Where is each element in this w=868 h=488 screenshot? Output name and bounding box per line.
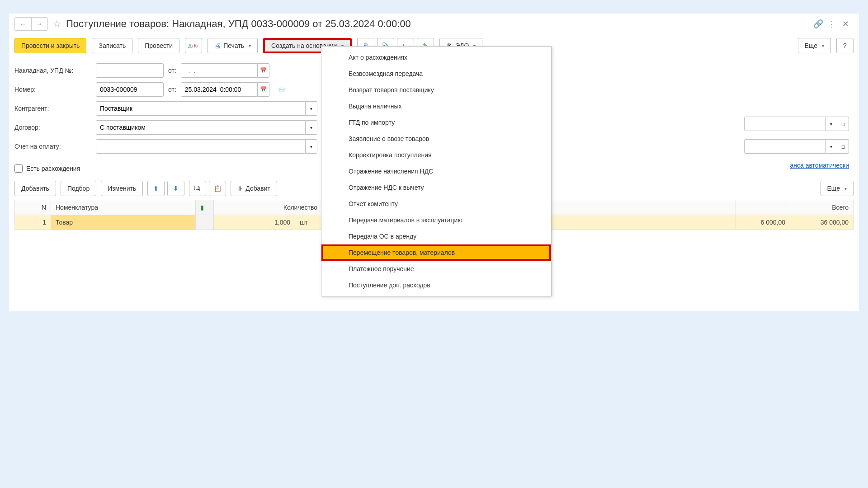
col-spacer: ▮ [196,200,214,215]
paste-button[interactable]: 📋 [209,181,226,196]
chevron-down-icon: ▾ [844,186,847,191]
contract-input[interactable] [96,120,306,135]
right-field-2: ▾ ◻ [744,139,849,154]
arrow-up-icon: ⬆ [153,185,159,192]
menu-item[interactable]: Платежное поручение [321,261,551,277]
dropdown-button[interactable]: ▾ [826,139,837,154]
menu-item[interactable]: Возврат товаров поставщику [321,82,551,98]
bill-label: Счет на оплату: [14,143,91,150]
invoice-number-input[interactable] [96,63,164,78]
dt-kt-button[interactable]: ДтКт [185,38,202,53]
has-differences-label: Есть расхождения [26,165,80,172]
cell-quantity[interactable]: 1,000 [214,215,295,230]
menu-item[interactable]: Акт о расхождениях [321,49,551,66]
contract-label: Договор: [14,124,91,131]
col-price [736,200,790,215]
more-button[interactable]: Еще▾ [798,38,831,53]
write-button[interactable]: Записать [92,38,132,53]
arrow-right-icon: → [37,20,43,28]
cell-spacer [196,215,214,230]
number-label: Номер: [14,86,91,93]
right-input-2[interactable] [744,139,826,154]
menu-item[interactable]: Безвозмездная передача [321,66,551,82]
col-quantity: Количество [214,200,322,215]
paste-icon: 📋 [214,185,222,192]
link-icon[interactable]: 🔗 [814,19,823,28]
move-down-button[interactable]: ⬇ [167,181,184,196]
menu-item[interactable]: Передача материалов в эксплуатацию [321,212,551,228]
arrow-left-icon: ← [20,20,26,28]
dropdown-button[interactable]: ▾ [306,101,317,116]
copy-icon: ⿻ [194,185,201,192]
table-more-button[interactable]: Еще▾ [821,181,854,196]
add-row-button[interactable]: Добавить [14,181,56,196]
chevron-down-icon: ▾ [822,43,824,48]
change-button[interactable]: Изменить [101,181,143,196]
menu-item[interactable]: Передача ОС в аренду [321,228,551,244]
right-field-1: ▾ ◻ [744,117,849,131]
barcode-icon: ⊪ [237,185,243,192]
help-button[interactable]: ? [836,38,854,53]
dropdown-button[interactable]: ▾ [306,139,317,154]
menu-item[interactable]: Заявление о ввозе товаров [321,131,551,147]
forward-button[interactable]: → [31,18,47,30]
col-nomenclature: Номенклатура [51,200,196,215]
nav-buttons: ← → [14,17,48,31]
doc-number-input[interactable] [96,82,164,97]
calendar-icon: 📅 [260,67,267,74]
post-and-close-button[interactable]: Провести и закрыть [14,38,86,53]
open-button[interactable]: ◻ [837,117,849,131]
cell-total[interactable]: 36 000,00 [790,215,854,230]
create-based-on-menu: Акт о расхожденияхБезвозмездная передача… [321,46,552,296]
favorite-star-icon[interactable]: ☆ [52,19,62,29]
column-icon: ▮ [200,204,204,211]
calendar-button[interactable]: 📅 [258,63,269,78]
menu-item[interactable]: Отражение начисления НДС [321,163,551,179]
invoice-label: Накладная, УПД №: [14,67,91,74]
from-label-1: от: [168,67,176,74]
dropdown-button[interactable]: ▾ [306,120,317,135]
menu-item[interactable]: Поступление доп. расходов [321,277,551,293]
menu-item[interactable]: ГТД по импорту [321,114,551,131]
open-button[interactable]: ◻ [837,139,849,154]
right-input-1[interactable] [744,117,826,131]
menu-item[interactable]: Выдача наличных [321,98,551,114]
col-total: Всего [790,200,854,215]
arrow-down-icon: ⬇ [173,185,179,192]
col-n: N [15,200,51,215]
cell-n: 1 [15,215,51,230]
back-button[interactable]: ← [15,18,31,30]
dropdown-button[interactable]: ▾ [826,117,837,131]
print-button[interactable]: 🖨 Печать▾ [208,38,258,53]
bill-input[interactable] [96,139,306,154]
printer-icon: 🖨 [214,42,221,49]
invoice-date-input[interactable] [181,63,258,78]
chevron-down-icon: ▾ [249,43,251,48]
dt-kt-icon: ДтКт [188,43,199,48]
calendar-icon: 📅 [260,86,267,93]
page-title: Поступление товаров: Накладная, УПД 0033… [66,18,810,30]
auto-advance-link[interactable]: анса автоматически [790,162,849,169]
copy-button[interactable]: ⿻ [189,181,206,196]
add-by-barcode-button[interactable]: ⊪ Добавит [231,181,277,196]
send-icon[interactable]: 📨 [277,84,287,94]
cell-price[interactable]: 6 000,00 [736,215,790,230]
contractor-label: Контрагент: [14,105,91,112]
cell-nomenclature[interactable]: Товар [51,215,196,230]
post-button[interactable]: Провести [138,38,179,53]
move-up-button[interactable]: ⬆ [147,181,165,196]
from-label-2: от: [168,86,176,93]
menu-item[interactable]: Перемещение товаров, материалов [321,244,551,261]
contractor-input[interactable] [96,101,306,116]
menu-item[interactable]: Корректировка поступления [321,147,551,163]
pick-button[interactable]: Подбор [61,181,96,196]
menu-item[interactable]: Отражение НДС к вычету [321,179,551,196]
cell-unit: шт [295,215,322,230]
menu-item[interactable]: Отчет комитенту [321,196,551,212]
has-differences-checkbox[interactable] [14,164,23,173]
close-icon[interactable]: ✕ [841,19,850,28]
calendar-button-2[interactable]: 📅 [258,82,269,97]
kebab-menu-icon[interactable]: ⋮ [827,19,836,28]
doc-date-input[interactable] [181,82,258,97]
